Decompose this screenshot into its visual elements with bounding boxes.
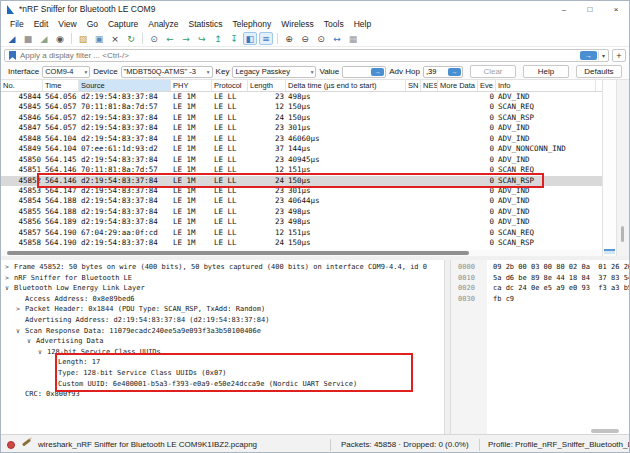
hex-row[interactable]: 0030fb c9 (451, 294, 630, 305)
clear-button[interactable]: Clear (470, 65, 516, 78)
minimize-button[interactable]: – (551, 1, 577, 17)
details-hex-divider[interactable] (444, 260, 451, 434)
detail-line[interactable]: ∨Scan Response Data: 11079ecadc240ee5a9e… (1, 326, 444, 337)
packet-row[interactable]: 45857564.19067:04:29:aa:0f:cdLE 1MLE LL1… (1, 228, 602, 238)
close-file-icon[interactable]: × (108, 32, 122, 45)
maximize-button[interactable]: □ (577, 1, 603, 17)
menu-capture[interactable]: Capture (103, 19, 143, 29)
go-to-top-icon[interactable]: ↥ (211, 32, 225, 45)
adv-hop-input-apply-button[interactable]: → (448, 68, 461, 76)
column-header-eve[interactable]: Eve (478, 80, 496, 91)
zoom-normal-icon[interactable]: ⊙ (314, 32, 328, 45)
detail-line[interactable]: >nRF Sniffer for Bluetooth LE (1, 273, 444, 284)
zoom-out-icon[interactable]: ⊖ (298, 32, 312, 45)
zoom-in-icon[interactable]: ⊕ (282, 32, 296, 45)
packet-row[interactable]: 45845564.05770:11:81:8a:7d:57LE 1MLE LL1… (1, 102, 602, 112)
capture-comment-icon[interactable] (22, 439, 31, 447)
display-filter-input[interactable] (20, 51, 580, 60)
hex-row[interactable]: 0020ca dc 24 0e e5 a9 e0 93 f3 a3 b5 (451, 283, 630, 294)
collapsed-arrow-icon[interactable]: > (5, 262, 14, 273)
device-select[interactable]: "MDBT50Q-ATMS" -3▾ (121, 66, 213, 78)
restart-capture-icon[interactable]: ◢ (37, 32, 51, 45)
collapsed-arrow-icon[interactable]: > (16, 304, 25, 315)
interface-select[interactable]: COM9-4▾ (42, 66, 90, 78)
menu-file[interactable]: File (5, 19, 29, 29)
value-input-apply-button[interactable]: → (371, 68, 384, 76)
colorize-icon[interactable]: ≡ (259, 32, 273, 45)
menu-statistics[interactable]: Statistics (183, 19, 227, 29)
packet-row[interactable]: 45852564.146d2:19:54:83:37:84LE 1MLE LL2… (1, 176, 602, 186)
detail-line[interactable]: ∨128-bit Service Class UUIDs (1, 347, 444, 358)
detail-line[interactable]: Custom UUID: 6e400001-b5a3-f393-e0a9-e50… (1, 379, 444, 390)
hex-row[interactable]: 000009 2b 00 03 00 80 02 0a 01 26 20 (451, 262, 630, 273)
packet-row[interactable]: 45850564.145d2:19:54:83:37:84LE 1MLE LL2… (1, 155, 602, 165)
capture-options-icon[interactable]: ◉ (53, 32, 67, 45)
column-header-delta-time-s-end-to-start-[interactable]: Delta time (µs end to start) (286, 80, 406, 91)
vertical-scroll-thumb[interactable] (604, 249, 615, 254)
packet-row[interactable]: 45844564.056d2:19:54:83:37:84LE 1MLE LL2… (1, 92, 602, 102)
detail-line[interactable]: Advertising Address: d2:19:54:83:37:84 (… (1, 315, 444, 326)
menu-view[interactable]: View (53, 19, 81, 29)
menu-edit[interactable]: Edit (29, 19, 54, 29)
filter-bookmark-icon[interactable] (9, 51, 16, 60)
packet-row[interactable]: 45853564.147d2:19:54:83:37:84LE 1MLE LL2… (1, 186, 602, 196)
column-header-source[interactable]: Source (79, 80, 171, 91)
value-input[interactable] (343, 67, 370, 76)
packet-row[interactable]: 45856564.189d2:19:54:83:37:84LE 1MLE LL2… (1, 217, 602, 227)
filter-dropdown-caret-icon[interactable]: ▾ (598, 51, 608, 60)
menu-telephony[interactable]: Telephony (228, 19, 277, 29)
column-header-length[interactable]: Length (248, 80, 286, 91)
adv-hop-input[interactable] (424, 67, 447, 76)
filter-apply-button[interactable]: → (580, 51, 597, 60)
detail-line[interactable]: >Frame 45852: 50 bytes on wire (400 bits… (1, 262, 444, 273)
packet-row[interactable]: 45846564.057d2:19:54:83:37:84LE 1MLE LL2… (1, 113, 602, 123)
menu-wireless[interactable]: Wireless (276, 19, 319, 29)
menu-go[interactable]: Go (82, 19, 103, 29)
column-header-nesn[interactable]: NESN (421, 80, 438, 91)
expanded-arrow-icon[interactable]: ∨ (16, 326, 25, 337)
detail-line[interactable]: Access Address: 0x8e89bed6 (1, 294, 444, 305)
packet-row[interactable]: 45849564.10407:ee:61:1d:93:d2LE 1MLE LL3… (1, 144, 602, 154)
menu-tools[interactable]: Tools (319, 19, 349, 29)
resize-columns-icon[interactable]: ↔ (330, 32, 344, 45)
detail-line[interactable]: CRC: 0x800f93 (1, 389, 444, 400)
column-header-info[interactable]: Info (496, 80, 596, 91)
reload-icon[interactable]: ↻ (124, 32, 138, 45)
defaults-button[interactable]: Defaults (576, 65, 622, 78)
expert-info-icon[interactable] (7, 441, 15, 449)
display-filter-field[interactable]: → ▾ (4, 49, 609, 62)
save-file-icon[interactable]: ▣ (92, 32, 106, 45)
go-back-icon[interactable]: ← (163, 32, 177, 45)
column-header-sn[interactable]: SN (406, 80, 421, 91)
detail-line[interactable]: >Packet Header: 0x1844 (PDU Type: SCAN_R… (1, 304, 444, 315)
go-to-bottom-icon[interactable]: ↧ (227, 32, 241, 45)
open-file-icon[interactable]: ▨ (76, 32, 90, 45)
go-to-packet-icon[interactable]: ↪ (195, 32, 209, 45)
packet-list-vertical-scrollbar[interactable] (602, 80, 617, 256)
packet-row[interactable]: 45851564.14670:11:81:8a:7d:57LE 1MLE LL1… (1, 165, 602, 175)
detail-line[interactable]: ∨Bluetooth Low Energy Link Layer (1, 283, 444, 294)
key-select[interactable]: Legacy Passkey▾ (232, 66, 316, 78)
packet-row[interactable]: 45855564.188d2:19:54:83:37:84LE 1MLE LL2… (1, 207, 602, 217)
detail-line[interactable]: Type: 128-bit Service Class UUIDs (0x07) (1, 368, 444, 379)
menu-help[interactable]: Help (349, 19, 376, 29)
column-header-time[interactable]: Time (43, 80, 79, 91)
detail-line[interactable]: ∨Advertising Data (1, 336, 444, 347)
expanded-arrow-icon[interactable]: ∨ (5, 283, 14, 294)
side-scroll-thumb[interactable] (621, 226, 624, 242)
close-button[interactable]: × (603, 1, 629, 17)
column-header-phy[interactable]: PHY (171, 80, 212, 91)
help-button[interactable]: Help (523, 65, 569, 78)
packet-row[interactable]: 45858564.190d2:19:54:83:37:84LE 1MLE LL2… (1, 238, 602, 248)
column-header-no-[interactable]: No. (1, 80, 43, 91)
stop-capture-icon[interactable]: ■ (21, 32, 35, 45)
packet-row[interactable]: 45847564.057d2:19:54:83:37:84LE 1MLE LL2… (1, 123, 602, 133)
column-header-protocol[interactable]: Protocol (212, 80, 248, 91)
auto-scroll-icon[interactable]: ◧ (243, 32, 257, 45)
expanded-arrow-icon[interactable]: ∨ (27, 336, 36, 347)
menu-analyze[interactable]: Analyze (143, 19, 183, 29)
hex-horizontal-scroll-thumb[interactable] (591, 429, 619, 433)
display-columns-icon[interactable]: ▦ (346, 32, 360, 45)
go-forward-icon[interactable]: → (179, 32, 193, 45)
expanded-arrow-icon[interactable]: ∨ (38, 347, 47, 358)
